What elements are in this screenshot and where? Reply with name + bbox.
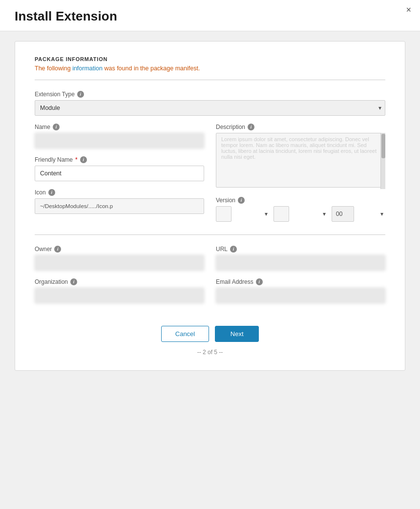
info-text-start: The following xyxy=(35,65,72,72)
owner-url-row: Owner i ███ Organization i ███ ██████ ██… xyxy=(35,246,385,311)
owner-org-col: Owner i ███ Organization i ███ ██████ ██… xyxy=(35,246,204,311)
install-card: PACKAGE INFORMATION The following inform… xyxy=(15,41,405,371)
description-label: Description i xyxy=(216,124,385,130)
info-text-end: was found in the package manifest. xyxy=(103,65,200,72)
organization-label: Organization i xyxy=(35,278,204,285)
description-scrollbar-thumb xyxy=(381,134,385,158)
url-info-icon[interactable]: i xyxy=(230,246,237,253)
description-version-col: Description i Lorem ipsum dolor sit amet… xyxy=(216,124,385,230)
description-group: Description i Lorem ipsum dolor sit amet… xyxy=(216,124,385,189)
description-textarea[interactable]: Lorem ipsum dolor sit amet, consectetur … xyxy=(216,133,385,188)
cancel-button[interactable]: Cancel xyxy=(161,326,209,342)
extension-type-info-icon[interactable]: i xyxy=(77,91,84,98)
description-info-icon[interactable]: i xyxy=(248,124,254,130)
info-text-link[interactable]: information xyxy=(72,65,103,72)
page-title: Install Extension xyxy=(15,9,405,24)
version-part1-select[interactable] xyxy=(216,206,231,222)
close-button[interactable]: × xyxy=(406,5,411,15)
version-label: Version i xyxy=(216,197,385,204)
version-part2-select[interactable] xyxy=(273,206,289,222)
friendly-name-label: Friendly Name * i xyxy=(35,156,204,163)
organization-info-icon[interactable]: i xyxy=(70,278,77,285)
friendly-name-info-icon[interactable]: i xyxy=(80,156,87,163)
owner-input: ███ xyxy=(35,255,204,271)
version-part3-select[interactable]: 00 xyxy=(332,206,354,222)
icon-info-icon[interactable]: i xyxy=(48,189,55,196)
organization-group: Organization i ███ ██████ ██████████ xyxy=(35,278,204,303)
email-input: ████████ xyxy=(216,288,385,303)
owner-info-icon[interactable]: i xyxy=(54,246,61,253)
email-info-icon[interactable]: i xyxy=(256,278,263,285)
name-col: Name i █████████ Friendly Name * i xyxy=(35,124,204,230)
url-email-col: URL i ███ ██████ Email Address i ███████… xyxy=(216,246,385,311)
version-part1-wrap: ▾ xyxy=(216,206,270,222)
section-title: PACKAGE INFORMATION xyxy=(35,56,385,62)
version-row: ▾ ▾ 00 ▾ xyxy=(216,206,385,222)
organization-input: ███ ██████ ██████████ xyxy=(35,288,204,303)
icon-label: Icon i xyxy=(35,189,204,196)
version-part3-wrap: 00 ▾ xyxy=(332,206,385,222)
name-input: █████████ xyxy=(35,133,204,148)
friendly-name-required: * xyxy=(75,156,78,163)
url-input: ███ ██████ xyxy=(216,255,385,271)
name-label: Name i xyxy=(35,124,204,130)
version-info-icon[interactable]: i xyxy=(238,197,245,204)
description-wrap: Lorem ipsum dolor sit amet, consectetur … xyxy=(216,133,385,189)
buttons-row: Cancel Next xyxy=(35,326,385,342)
version-part2-wrap: ▾ xyxy=(273,206,327,222)
info-text: The following information was found in t… xyxy=(35,65,385,72)
friendly-name-group: Friendly Name * i xyxy=(35,156,204,181)
url-label: URL i xyxy=(216,246,385,253)
divider-middle xyxy=(35,234,385,235)
owner-group: Owner i ███ xyxy=(35,246,204,271)
extension-type-group: Extension Type i Module ▾ xyxy=(35,91,385,116)
pagination: -- 2 of 5 -- xyxy=(35,349,385,356)
name-group: Name i █████████ xyxy=(35,124,204,148)
extension-type-select[interactable]: Module xyxy=(35,100,385,116)
email-label: Email Address i xyxy=(216,278,385,285)
name-info-icon[interactable]: i xyxy=(53,124,60,130)
url-group: URL i ███ ██████ xyxy=(216,246,385,271)
name-description-row: Name i █████████ Friendly Name * i xyxy=(35,124,385,230)
next-button[interactable]: Next xyxy=(215,326,259,342)
extension-type-label: Extension Type i xyxy=(35,91,385,98)
email-group: Email Address i ████████ xyxy=(216,278,385,303)
version-group: Version i ▾ xyxy=(216,197,385,222)
icon-input[interactable] xyxy=(35,198,204,214)
owner-label: Owner i xyxy=(35,246,204,253)
extension-type-select-wrapper: Module ▾ xyxy=(35,100,385,116)
friendly-name-input[interactable] xyxy=(35,166,204,181)
divider-top xyxy=(35,80,385,80)
icon-group: Icon i xyxy=(35,189,204,214)
description-scrollbar xyxy=(380,133,385,189)
